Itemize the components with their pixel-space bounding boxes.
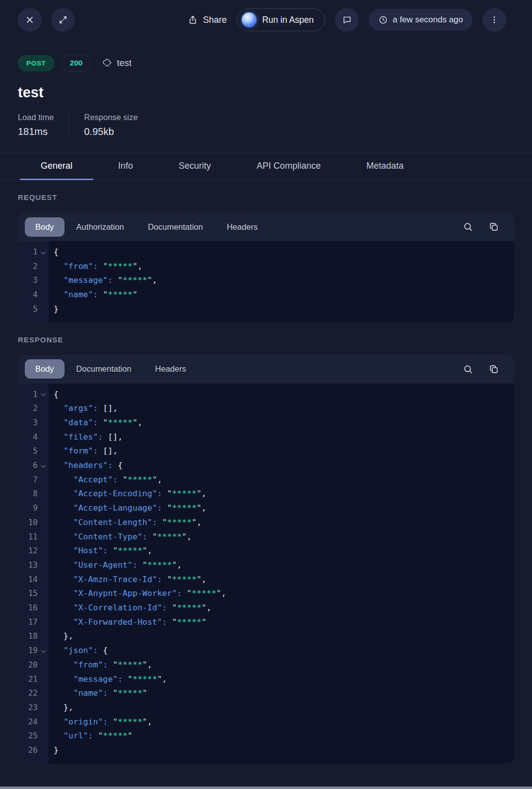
code-text: "message": "*****",	[49, 273, 157, 288]
tab-api-compliance[interactable]: API Compliance	[234, 153, 343, 180]
response-card: BodyDocumentationHeaders 1{2 "args": [],…	[18, 355, 514, 764]
horizontal-scrollbar[interactable]	[0, 787, 532, 789]
code-text: "headers": {	[49, 459, 123, 473]
share-icon	[188, 15, 198, 25]
run-in-aspen-button[interactable]: Run in Aspen	[237, 8, 325, 31]
copy-icon[interactable]	[488, 364, 499, 375]
aspen-logo-icon	[242, 12, 257, 27]
code-text: "Content-Type": "*****",	[49, 530, 192, 544]
copy-icon[interactable]	[488, 221, 499, 232]
code-text: "Accept-Encoding": "*****",	[49, 487, 206, 501]
code-text: "X-Correlation-Id": "*****",	[49, 601, 211, 615]
code-text: "Accept-Language": "*****",	[49, 501, 206, 516]
line-number: 5	[18, 444, 38, 459]
request-summary-row: POST 200 test	[18, 55, 514, 71]
close-button[interactable]	[18, 8, 42, 32]
request-section-label: REQUEST	[18, 193, 514, 201]
request-code-editor: 1{2 "from": "*****",3 "message": "*****"…	[18, 241, 514, 323]
code-text: },	[49, 629, 73, 644]
line-number: 4	[18, 288, 38, 302]
more-options-button[interactable]	[482, 8, 506, 32]
code-line: 12 "Host": "*****",	[18, 544, 514, 558]
response-actions	[463, 364, 507, 375]
code-line: 23 },	[18, 701, 514, 715]
code-text: "name": "*****"	[49, 686, 147, 701]
request-tab-documentation[interactable]: Documentation	[136, 217, 215, 237]
fold-toggle-icon[interactable]	[41, 648, 46, 653]
kebab-menu-icon	[489, 15, 499, 25]
code-text: "json": {	[49, 644, 108, 658]
line-number: 9	[18, 501, 38, 516]
clock-icon	[378, 15, 388, 25]
tab-security[interactable]: Security	[156, 153, 234, 180]
code-text: "Host": "*****",	[49, 544, 152, 558]
code-text: "X-Amzn-Trace-Id": "*****",	[49, 573, 206, 587]
request-tab-body[interactable]: Body	[25, 217, 65, 237]
api-icon	[102, 58, 113, 68]
code-text: }	[49, 302, 59, 317]
expand-button[interactable]	[51, 8, 75, 32]
code-line: 22 "name": "*****"	[18, 686, 514, 701]
fold-toggle-icon[interactable]	[41, 249, 46, 254]
search-icon[interactable]	[463, 221, 473, 232]
line-number: 14	[18, 573, 38, 587]
comment-button[interactable]	[335, 8, 359, 32]
code-text: }	[49, 743, 59, 758]
last-run-timestamp[interactable]: a few seconds ago	[369, 9, 472, 31]
method-badge: POST	[18, 55, 55, 71]
line-number: 7	[18, 473, 38, 487]
line-number: 25	[18, 729, 38, 743]
code-text: "Content-Length": "*****",	[49, 516, 201, 530]
line-number: 11	[18, 530, 38, 544]
tab-info[interactable]: Info	[95, 153, 156, 180]
response-size-stat: Response size 0.95kb	[84, 113, 137, 137]
tab-general[interactable]: General	[18, 153, 95, 180]
fold-toggle-icon[interactable]	[41, 462, 46, 467]
response-tab-documentation[interactable]: Documentation	[65, 359, 143, 379]
line-number: 24	[18, 715, 38, 729]
code-text: "form": [],	[49, 444, 118, 459]
code-text: "X-Forwarded-Host": "*****"	[49, 615, 206, 630]
line-number: 12	[18, 544, 38, 558]
response-size-value: 0.95kb	[84, 126, 137, 137]
tab-metadata[interactable]: Metadata	[343, 153, 426, 180]
share-button[interactable]: Share	[188, 15, 227, 25]
code-text: {	[49, 245, 59, 260]
expand-icon	[58, 15, 68, 25]
status-code-badge: 200	[62, 55, 91, 71]
line-number: 3	[18, 416, 38, 430]
line-number: 5	[18, 302, 38, 317]
response-code-editor: 1{2 "args": [],3 "data": "*****",4 "file…	[18, 384, 514, 764]
line-number: 3	[18, 273, 38, 288]
line-number: 4	[18, 430, 38, 445]
line-number: 13	[18, 558, 38, 573]
search-icon[interactable]	[463, 364, 473, 375]
line-number: 10	[18, 516, 38, 530]
line-number: 1	[18, 388, 38, 402]
response-tab-bar: BodyDocumentationHeaders	[18, 355, 514, 384]
code-text: "message": "*****",	[49, 672, 167, 687]
code-line: 2 "from": "*****",	[18, 260, 514, 274]
code-line: 3 "message": "*****",	[18, 273, 514, 288]
request-card: BodyAuthorizationDocumentationHeaders 1{…	[18, 212, 514, 323]
top-bar: Share Run in Aspen a few seconds ago	[0, 0, 532, 32]
request-tab-authorization[interactable]: Authorization	[65, 217, 136, 237]
code-line: 6 "headers": {	[18, 459, 514, 473]
code-text: "url": "*****"	[49, 729, 133, 743]
response-tab-headers[interactable]: Headers	[143, 359, 198, 379]
comment-icon	[342, 15, 352, 25]
code-text: "args": [],	[49, 401, 118, 416]
endpoint-link[interactable]: test	[102, 58, 132, 68]
code-line: 21 "message": "*****",	[18, 672, 514, 687]
code-text: "X-Anypnt-App-Worker": "*****",	[49, 587, 226, 601]
code-text: "data": "*****",	[49, 416, 142, 430]
request-actions	[463, 221, 507, 232]
code-line: 13 "User-Agent": "*****",	[18, 558, 514, 573]
line-number: 22	[18, 686, 38, 701]
request-tab-headers[interactable]: Headers	[215, 217, 269, 237]
fold-toggle-icon[interactable]	[41, 392, 46, 396]
line-number: 23	[18, 701, 38, 715]
code-line: 16 "X-Correlation-Id": "*****",	[18, 601, 514, 615]
response-tab-body[interactable]: Body	[25, 359, 65, 379]
line-number: 1	[18, 245, 38, 260]
